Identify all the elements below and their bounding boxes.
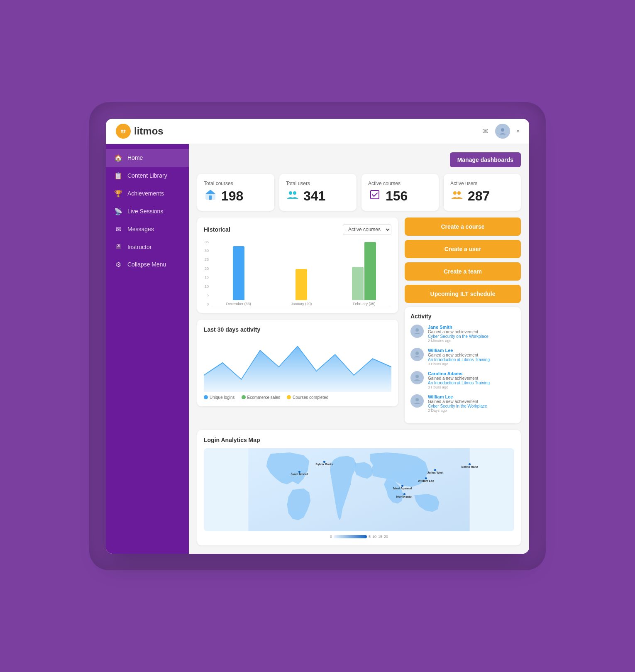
achievements-icon: 🏆	[114, 190, 122, 198]
bar-bars-february	[352, 234, 376, 300]
collapse-icon: ⚙	[114, 261, 122, 269]
legend-unique-logins: Unique logins	[204, 395, 235, 400]
messages-icon: ✉	[114, 225, 122, 233]
activity-desc-0: Gained a new achievement	[428, 330, 515, 334]
map-label-emiko: Emiko Hana	[462, 463, 478, 468]
activity-title: Activity	[410, 313, 515, 320]
map-label-novi: Novi Kenan	[396, 493, 413, 498]
stat-total-users-number: 341	[303, 189, 325, 203]
sidebar-item-collapse-menu[interactable]: ⚙ Collapse Menu	[106, 256, 189, 274]
stat-active-users-label: Active users	[450, 181, 514, 186]
bar-chart-area: 0 5 10 15 20 25 30 35	[204, 240, 391, 306]
sidebar-item-home-label: Home	[127, 154, 143, 161]
activity-item-3: William Lee Gained a new achievement Cyb…	[410, 394, 515, 413]
bar-chart-card: Historical Active courses Total courses …	[197, 217, 398, 313]
bars-container: December (33) January (20)	[211, 240, 391, 306]
bar-february-green-1	[352, 267, 364, 300]
sidebar-item-achievements[interactable]: 🏆 Achievements	[106, 185, 189, 203]
bar-group-december: December (33)	[211, 234, 266, 306]
activity-time-0: 2 Minutes ago	[428, 339, 515, 343]
stat-active-users-icon	[450, 188, 464, 204]
activity-avatar-2	[410, 371, 424, 384]
activity-card: Activity Jane Smith Gained a new achieve…	[405, 307, 521, 423]
sidebar-item-home[interactable]: 🏠 Home	[106, 149, 189, 167]
sidebar: 🏠 Home 📋 Content Library 🏆 Achievements …	[106, 144, 189, 554]
legend-ecommerce-sales: Ecommerce sales	[242, 395, 280, 400]
sidebar-item-messages-label: Messages	[127, 226, 154, 232]
activity-time-2: 3 Hours ago	[428, 385, 515, 389]
map-legend-bar	[334, 535, 367, 538]
area-chart-area	[204, 338, 391, 392]
svg-point-0	[119, 127, 127, 135]
stat-active-courses-value-row: 156	[368, 188, 432, 204]
svg-point-9	[453, 191, 457, 195]
activity-desc-1: Gained a new achievement	[428, 353, 515, 357]
logo: litmos	[116, 124, 164, 139]
sidebar-item-content-library-label: Content Library	[127, 172, 167, 179]
map-legend-label-10: 10	[372, 535, 376, 539]
bar-bars-december	[233, 234, 244, 300]
legend-courses-completed-dot	[287, 395, 291, 399]
instructor-icon: 🖥	[114, 243, 122, 251]
stat-total-courses-icon	[204, 188, 217, 204]
sidebar-item-instructor[interactable]: 🖥 Instructor	[106, 238, 189, 256]
bar-january-yellow	[296, 269, 307, 300]
stats-row: Total courses 198	[197, 174, 521, 211]
stat-total-courses-label: Total courses	[204, 181, 268, 186]
map-label-janet: Janet Mortel	[291, 471, 308, 476]
sidebar-item-live-sessions-label: Live Sessions	[127, 208, 163, 215]
header-right: ✉ ▾	[482, 124, 519, 139]
y-axis: 0 5 10 15 20 25 30 35	[204, 240, 211, 306]
activity-course-2: An Introduction at Litmos Training	[428, 381, 515, 385]
stat-active-courses-label: Active courses	[368, 181, 432, 186]
sidebar-item-collapse-label: Collapse Menu	[127, 261, 166, 268]
legend-ecommerce-sales-dot	[242, 395, 246, 399]
activity-text-0: Jane Smith Gained a new achievement Cybe…	[428, 325, 515, 343]
bar-february-green-2	[364, 242, 376, 300]
create-team-button[interactable]: Create a team	[405, 262, 521, 281]
activity-name-0: Jane Smith	[428, 325, 515, 330]
map-container: Sylvia Marks Janet Mortel Julius West	[204, 448, 514, 531]
mail-icon[interactable]: ✉	[482, 127, 488, 136]
outer-wrapper: litmos ✉ ▾ 🏠 Home	[89, 102, 546, 570]
bar-december-blue	[233, 246, 244, 300]
create-course-button[interactable]: Create a course	[405, 217, 521, 236]
area-chart-card: Last 30 days activity	[197, 320, 398, 406]
chart-column: Historical Active courses Total courses …	[197, 217, 398, 423]
activity-item-2: Carolina Adams Gained a new achievement …	[410, 371, 515, 389]
stat-active-courses: Active courses 156	[361, 174, 439, 211]
logo-text: litmos	[134, 125, 164, 137]
map-label-julius: Julius West	[427, 469, 444, 474]
bar-label-january: January (20)	[291, 302, 312, 306]
create-user-button[interactable]: Create a user	[405, 240, 521, 258]
legend-ecommerce-sales-label: Ecommerce sales	[247, 395, 280, 400]
manage-dashboards-button[interactable]: Manage dashboards	[450, 152, 521, 167]
content-library-icon: 📋	[114, 172, 122, 180]
sidebar-item-live-sessions[interactable]: 📡 Live Sessions	[106, 203, 189, 220]
activity-avatar-1	[410, 348, 424, 361]
bar-group-january: January (20)	[274, 234, 328, 306]
logo-icon	[116, 124, 131, 139]
legend-courses-completed-label: Courses completed	[293, 395, 328, 400]
map-legend-label-5: 5	[369, 535, 371, 539]
legend-unique-logins-label: Unique logins	[210, 395, 235, 400]
legend-unique-logins-dot	[204, 395, 208, 399]
stat-total-users: Total users 341	[279, 174, 357, 211]
chevron-down-icon[interactable]: ▾	[517, 128, 519, 134]
activity-item-1: William Lee Gained a new achievement An …	[410, 348, 515, 366]
svg-point-7	[293, 191, 296, 195]
bar-bars-january	[296, 234, 307, 300]
upcoming-ilt-button[interactable]: Upcoming ILT schedule	[405, 285, 521, 303]
activity-item-0: Jane Smith Gained a new achievement Cybe…	[410, 325, 515, 343]
activity-time-1: 3 Hours ago	[428, 362, 515, 366]
sidebar-item-messages[interactable]: ✉ Messages	[106, 220, 189, 238]
activity-avatar-0	[410, 325, 424, 338]
sidebar-item-content-library[interactable]: 📋 Content Library	[106, 167, 189, 185]
stat-total-courses-value-row: 198	[204, 188, 268, 204]
avatar[interactable]	[495, 124, 510, 139]
activity-course-1: An Introduction at Litmos Training	[428, 357, 515, 362]
sidebar-item-instructor-label: Instructor	[127, 244, 151, 250]
home-icon: 🏠	[114, 154, 122, 162]
svg-point-10	[457, 191, 461, 195]
stat-total-users-label: Total users	[286, 181, 350, 186]
